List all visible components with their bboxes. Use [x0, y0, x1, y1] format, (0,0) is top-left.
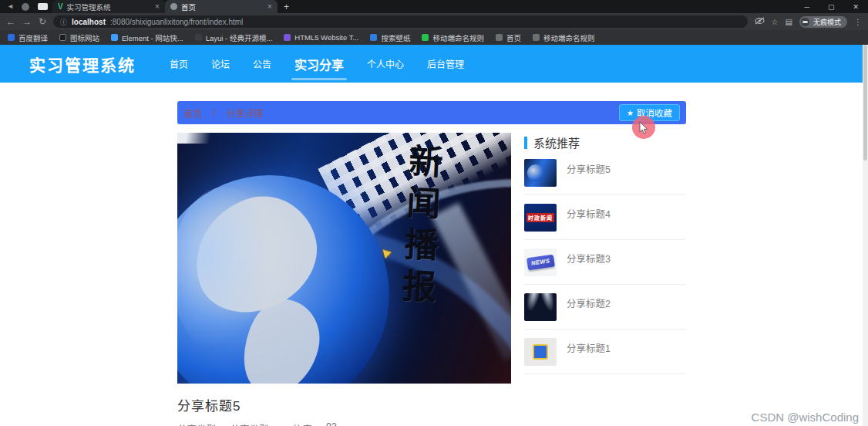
article-meta: 分享类型： 分享类型2 热度： 93 [177, 421, 686, 426]
pinned-window-icon[interactable] [38, 3, 48, 10]
reload-button[interactable]: ↻ [39, 16, 46, 27]
nav-internship-share[interactable]: 实习分享 [294, 55, 344, 73]
bookmark-naming-rules-2[interactable]: 移动端命名规则 [533, 32, 595, 43]
breadcrumb-bar: 首页 / 分享详情 ★ 取消收藏 [177, 101, 686, 124]
globe-icon [533, 34, 540, 41]
bookmark-layui[interactable]: Layui - 经典开源模... [195, 32, 273, 43]
tab-title: 实习管理系统 [67, 2, 151, 12]
nav-forum[interactable]: 论坛 [211, 57, 230, 70]
site-brand: 实习管理系统 [29, 52, 136, 76]
watermark: CSDN @wishCoding [752, 411, 859, 424]
breadcrumb: 首页 / 分享详情 [183, 106, 263, 120]
site-header: 实习管理系统 首页 论坛 公告 实习分享 个人中心 后台管理 [0, 45, 868, 83]
address-bar[interactable]: ⓘ localhost:8080/shixiguanlixitong/front… [53, 15, 748, 28]
heat-value: 93 [326, 421, 337, 426]
vue-logo-icon: V [58, 2, 63, 11]
breadcrumb-separator: / [213, 107, 215, 118]
main-row: 新闻播报 系统推荐 分享标题5 时政新闻 分享标题4 NEWS 分享标题3 [177, 133, 686, 384]
heat-label: 热度： [292, 421, 321, 426]
scrollbar-thumb[interactable] [863, 45, 867, 161]
element-icon [111, 34, 118, 41]
html5-icon [284, 34, 291, 41]
green-doc-icon [422, 34, 429, 41]
pinned-arrow-icon[interactable]: ◄ [7, 0, 14, 13]
badge-news-thumb [524, 338, 557, 366]
recommend-item-3[interactable]: NEWS 分享标题3 [524, 240, 686, 285]
content-area: 首页 / 分享详情 ★ 取消收藏 新闻播报 [177, 101, 686, 426]
recommend-sidebar: 系统推荐 分享标题5 时政新闻 分享标题4 NEWS 分享标题3 分享标题2 [524, 133, 686, 384]
recommend-item-1[interactable]: 分享标题1 [524, 330, 686, 374]
window-controls: ─ ▢ ✕ [805, 3, 868, 11]
incognito-avatar-icon [801, 18, 809, 26]
politics-news-thumb: 时政新闻 [524, 204, 557, 232]
share-type-label: 分享类型： [177, 421, 226, 426]
close-window-button[interactable]: ✕ [853, 3, 859, 11]
page-scrollbar[interactable] [863, 45, 868, 426]
reading-list-icon[interactable]: ▤ [786, 18, 792, 26]
tab-title: 首页 [181, 2, 264, 12]
bookmark-baidu-translate[interactable]: 百度翻译 [8, 32, 48, 43]
pinned-globe-icon[interactable] [22, 3, 29, 11]
browser-toolbar: ← → ↻ ⓘ localhost:8080/shixiguanlixitong… [0, 13, 868, 30]
back-button[interactable]: ← [6, 16, 15, 27]
accent-bar [524, 137, 527, 149]
tab-close-icon[interactable]: × [155, 2, 160, 11]
hero-caption: 新闻播报 [389, 142, 447, 311]
new-tab-button[interactable]: + [284, 2, 289, 12]
recommend-item-4[interactable]: 时政新闻 分享标题4 [524, 195, 686, 240]
sidebar-title: 系统推荐 [524, 134, 686, 150]
bookmark-element[interactable]: Element - 网站快... [111, 32, 183, 43]
bookmark-wallpaper[interactable]: 搜索壁纸 [370, 32, 410, 43]
nav-personal-center[interactable]: 个人中心 [367, 57, 404, 70]
bookmark-star-icon[interactable]: ☆ [772, 18, 779, 26]
globe-icon [170, 3, 177, 10]
flag-icon [59, 34, 66, 41]
bookmarks-bar: 百度翻译 图标网站 Element - 网站快... Layui - 经典开源模… [0, 30, 868, 45]
globe-news-thumb [524, 159, 557, 187]
cursor-arrow-icon [639, 122, 649, 134]
baidu-translate-icon [8, 34, 15, 41]
bookmark-icon-site[interactable]: 图标网站 [59, 32, 99, 43]
nav-notice[interactable]: 公告 [253, 57, 271, 70]
main-nav: 首页 论坛 公告 实习分享 个人中心 后台管理 [170, 55, 464, 73]
password-eye-icon[interactable] [755, 17, 765, 26]
minimize-button[interactable]: ─ [805, 3, 809, 11]
url-host: localhost [72, 18, 106, 26]
site-info-icon[interactable]: ⓘ [60, 17, 67, 27]
news-bubble-thumb: NEWS [524, 248, 557, 276]
article-hero-image: 新闻播报 [177, 133, 511, 384]
bookmark-home[interactable]: 首页 [496, 32, 521, 43]
nav-home[interactable]: 首页 [170, 57, 188, 70]
tab-internship-system[interactable]: V 实习管理系统 × [52, 0, 165, 13]
recommend-item-5[interactable]: 分享标题5 [524, 150, 686, 195]
mouse-cursor [632, 116, 655, 139]
breadcrumb-home[interactable]: 首页 [183, 106, 202, 120]
hero-highlight [177, 133, 224, 144]
nav-admin[interactable]: 后台管理 [427, 57, 464, 70]
incognito-badge[interactable]: 无痕模式 [799, 16, 847, 28]
browser-menu-icon[interactable]: ⋮ [854, 18, 862, 26]
tab-close-icon[interactable]: × [267, 2, 272, 11]
bookmark-html5[interactable]: HTML5 Website T... [284, 33, 358, 42]
maximize-button[interactable]: ▢ [828, 3, 835, 11]
globe-icon [496, 34, 503, 41]
forward-button[interactable]: → [22, 16, 32, 27]
share-type-value: 分享类型2 [230, 421, 274, 426]
web-page: 实习管理系统 首页 论坛 公告 实习分享 个人中心 后台管理 首页 / 分享详情… [0, 45, 868, 426]
stage-lights-thumb [524, 293, 557, 321]
browser-tab-strip: ◄ V 实习管理系统 × 首页 × + ─ ▢ ✕ [0, 0, 868, 13]
tab-home[interactable]: 首页 × [165, 0, 278, 13]
incognito-label: 无痕模式 [813, 17, 841, 27]
recommend-item-2[interactable]: 分享标题2 [524, 285, 686, 330]
breadcrumb-current: 分享详情 [226, 106, 263, 120]
wallpaper-icon [370, 34, 377, 41]
article-title: 分享标题5 [177, 395, 686, 414]
layui-icon [195, 34, 202, 41]
bookmark-naming-rules[interactable]: 移动端命名规则 [422, 32, 484, 43]
url-path: :8080/shixiguanlixitong/front/index.html [110, 18, 243, 26]
